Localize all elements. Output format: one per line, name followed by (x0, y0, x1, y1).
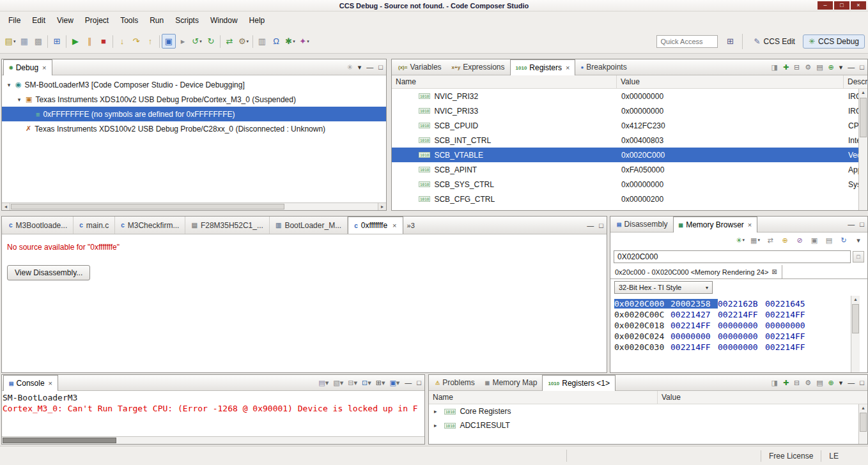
tab-0xfffffffe[interactable]: c 0xfffffffe × (348, 217, 403, 234)
menu-tools[interactable]: Tools (114, 13, 144, 27)
tab-main-c[interactable]: c main.c × (74, 217, 115, 234)
step-return-button[interactable]: ↑ ▾ (143, 34, 157, 49)
step-into-button[interactable]: ↓ ▾ (115, 34, 129, 49)
tab-problems[interactable]: ⚠ Problems × (430, 375, 480, 390)
menu-scripts[interactable]: Scripts (169, 13, 205, 27)
register-row[interactable]: 1010 NVIC_PRI32 0x00000000 IRQ (392, 89, 867, 103)
assembly-step-button[interactable]: ▸ ▾ (176, 34, 190, 49)
tab-disassembly[interactable]: ▤ Disassembly × (612, 217, 673, 232)
memory-menu[interactable]: ▾ ▾ (853, 234, 864, 246)
maximize-icon[interactable]: □ (860, 379, 864, 386)
rendering-tab-close-icon[interactable]: ⊠ (771, 268, 777, 275)
name-console-action[interactable]: ▤ ▾ (318, 379, 329, 387)
save-button[interactable]: ▦ ▾ (17, 34, 31, 49)
refresh-button[interactable]: ⇄ ▾ (222, 34, 236, 49)
memory-value[interactable]: 00000000 (718, 342, 765, 352)
tab-debug[interactable]: ❋ Debug × (3, 59, 52, 75)
open-perspective-button[interactable]: ⊞ (723, 34, 737, 49)
expand-icon[interactable]: ▾ (6, 82, 12, 88)
register-row[interactable]: 1010 SCB_CPUID 0x412FC230 CPUI (392, 118, 867, 133)
memory-value[interactable]: 002214FF (765, 342, 812, 352)
menu-file[interactable]: File (3, 13, 26, 27)
memory-value[interactable]: 00221645 (765, 299, 812, 309)
menu-view[interactable]: View (51, 13, 79, 27)
flash-button[interactable]: ✱ ▾ (283, 34, 297, 49)
open-console-action[interactable]: ▣ ▾ (389, 379, 399, 387)
memory-value[interactable]: 00000000 (670, 332, 718, 341)
memory-value[interactable]: 002214FF (718, 310, 765, 319)
expand-icon[interactable]: ▸ (434, 408, 440, 415)
scrollbar-thumb[interactable] (860, 98, 867, 137)
build-button[interactable]: ⚙ ▾ (236, 34, 251, 49)
add-register-group-action[interactable]: ✚ (783, 63, 789, 72)
register-row[interactable]: 1010 SCB_APINT 0xFA050000 App. (392, 162, 867, 177)
instruction-stepping-toggle[interactable]: ▣ ▾ (162, 34, 176, 49)
minimize-icon[interactable]: — (366, 63, 373, 71)
debug-horizontal-scrollbar[interactable]: ◂ ▸ (2, 202, 386, 210)
pin-console-action[interactable]: ⊡ ▾ (362, 379, 371, 387)
menu-project[interactable]: Project (79, 13, 114, 27)
tab-bootloader-map[interactable]: ▥ BootLoader_M... × (270, 217, 348, 234)
register-row[interactable]: 1010 SCB_INT_CTRL 0x00400803 Inter (392, 133, 867, 148)
close-button[interactable]: × (851, 1, 866, 10)
tab-memory-map[interactable]: ▦ Memory Map × (480, 375, 543, 390)
memory-value[interactable]: 00000000 (718, 332, 765, 341)
tab-breakpoints[interactable]: ● Breakpoints × (575, 59, 632, 75)
view-menu-icon[interactable]: ▾ (358, 63, 362, 72)
memory-value[interactable]: 002214FF (670, 342, 718, 352)
memory-value[interactable]: 0022162B (718, 299, 765, 309)
tab-memory-browser[interactable]: ▦ Memory Browser × (673, 217, 758, 232)
separator[interactable]: ▾ (47, 35, 48, 48)
memory-value[interactable]: 002214FF (765, 332, 812, 341)
terminate-button[interactable]: ■ ▾ (97, 34, 111, 49)
tab-console[interactable]: ▤ Console × (3, 375, 58, 391)
display-selected-console-action[interactable]: ⊞ ▾ (376, 379, 385, 387)
debug-view-action[interactable]: ✳ (347, 63, 353, 72)
stack-frame-node[interactable]: ≡ 0xFFFFFFFE (no symbols are defined for… (2, 107, 386, 121)
memory-value[interactable]: 002214FF (765, 310, 812, 319)
column-header-description[interactable]: Description (844, 75, 867, 88)
separator[interactable]: ▾ (112, 35, 113, 48)
console-horizontal-scrollbar[interactable] (2, 436, 424, 444)
pin-rendering-action[interactable]: ▤ ▾ (824, 234, 834, 246)
column-header-name[interactable]: Name (392, 75, 617, 88)
core-cortex-m3-node[interactable]: ▾ ▣ Texas Instruments XDS100v2 USB Debug… (2, 92, 386, 107)
scrollbar-thumb[interactable] (11, 204, 284, 210)
link-rendering-action[interactable]: ⊘ ▾ (794, 234, 805, 246)
maximize-icon[interactable]: □ (417, 379, 421, 386)
separator[interactable]: ▾ (252, 35, 253, 48)
scroll-up-icon[interactable]: ▲ (859, 404, 867, 412)
reload-action[interactable]: ↻ ▾ (839, 234, 849, 246)
memory-format-select[interactable]: 32-Bit Hex - TI Style ▾ (614, 281, 713, 294)
quick-access-input[interactable] (656, 35, 718, 48)
maximize-icon[interactable]: □ (860, 220, 864, 228)
clear-console-action[interactable]: ▧ ▾ (333, 379, 343, 387)
settings-action[interactable]: ⚙ (805, 63, 811, 72)
scroll-up-icon[interactable]: ▲ (859, 89, 867, 96)
tab-registers[interactable]: 1010 Registers × (510, 59, 576, 75)
tab-close-icon[interactable]: × (566, 64, 570, 72)
register-row[interactable]: 1010 SCB_SYS_CTRL 0x00000000 Syst (392, 177, 867, 192)
collapse-all-action[interactable]: ⊟ (794, 63, 800, 72)
new-group-action[interactable]: ▤ (816, 379, 823, 387)
scrollbar-thumb[interactable] (860, 413, 867, 432)
menu-edit[interactable]: Edit (26, 13, 51, 27)
navigate-action[interactable]: ⇄ ▾ (765, 234, 775, 246)
tab-close-icon[interactable]: × (392, 222, 396, 229)
memory-vertical-scrollbar[interactable]: ▲ (851, 296, 860, 372)
maximize-button[interactable]: □ (834, 1, 849, 10)
minimize-icon[interactable]: — (848, 379, 855, 386)
minimize-button[interactable]: – (818, 1, 833, 10)
row-adc1result[interactable]: ▸ 1010 ADC1RESULT (429, 418, 867, 432)
profile-button[interactable]: ✦ ▾ (297, 34, 311, 49)
perspective-ccs-edit[interactable]: ✎ CCS Edit (748, 34, 800, 49)
add-register-group-action[interactable]: ✚ (783, 379, 789, 387)
reset-button[interactable]: ↺ ▾ (190, 34, 204, 49)
refresh-memory-action[interactable]: ✳ ▾ (735, 234, 745, 246)
scroll-left-icon[interactable]: ◂ (2, 203, 10, 210)
column-header-value[interactable]: Value (658, 391, 867, 404)
column-header-value[interactable]: Value (617, 75, 844, 88)
step-over-button[interactable]: ↷ ▾ (129, 34, 143, 49)
memory-rendering-tab[interactable]: 0x20c000 - 0X020C000 <Memory Rendering 2… (610, 265, 782, 278)
new-tab-action[interactable]: ⊕ ▾ (780, 234, 790, 246)
